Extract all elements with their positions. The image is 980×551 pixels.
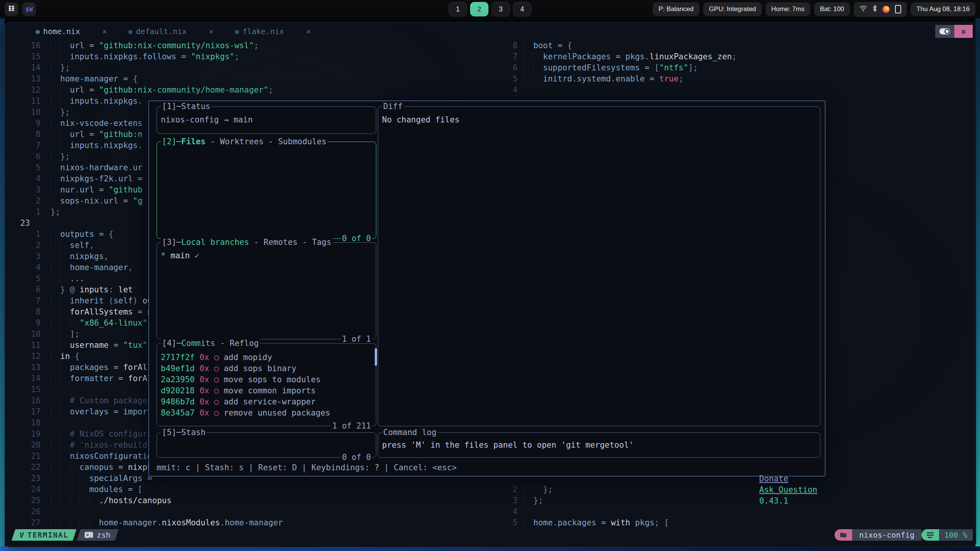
wm-logo-button[interactable]: $W [22,2,36,16]
lazygit-stash-panel[interactable]: [5]Stash 0 of 0 [157,432,376,458]
code-text: supportedFilesystems = ["ntfs"]; [518,62,698,73]
scroll-percent-label: 100 % [939,529,973,541]
mode-segment: V TERMINAL [13,529,75,541]
bluetooth-icon[interactable] [872,5,877,14]
nix-snowflake-icon: ❆ [235,28,239,36]
commit-hash: 2a23950 [161,375,195,384]
code-line: 12 url = "github:nix-community/home-mana… [5,85,501,96]
tab-close-button[interactable]: × [306,27,311,36]
tab-close-button[interactable]: × [209,27,214,36]
donate-link[interactable]: Donate [759,474,788,483]
code-text: "x86_64-linux" [41,318,147,329]
panel-key: [4] [162,339,176,348]
panel-key: [5] [162,428,176,437]
code-text: }; [41,207,60,218]
lazygit-branches-panel[interactable]: [3]Local branches - Remotes - Tags * mai… [157,242,376,339]
workspace-button-2[interactable]: 2 [470,2,488,16]
phone-icon[interactable] [895,5,901,13]
code-text: ./hosts/canopus [41,495,172,506]
window-close-button[interactable]: × [954,25,973,38]
line-number: 13 [5,73,41,85]
commit-row[interactable]: b49ef1d 0x ○ add sops binary [161,363,372,374]
top-status-bar: $W 1234 P: BalancedGPU: IntegratedHome: … [0,0,980,18]
workspace-button-4[interactable]: 4 [513,2,531,16]
terminal-prompt-icon: >_ [85,532,93,538]
code-text: # Custom packages [41,395,152,406]
lazygit-commits-panel[interactable]: [4]Commits - Reflog 2717f2f 0x ○ add mop… [157,343,376,426]
code-text: inputs.nixpkgs. [41,140,142,151]
commit-row[interactable]: 9486b7d 0x ○ add service-wrapper [161,396,372,408]
line-number: 9 [5,318,41,329]
code-text: home-manager = { [41,73,138,85]
browser-icon[interactable] [882,6,890,13]
lazygit-diff-panel[interactable]: Diff No changed files [378,106,820,426]
command-log-content: press 'M' in the files panel to open 'gi… [378,433,820,451]
network-icon[interactable] [859,5,867,13]
code-text: nix-vscode-extens [41,118,142,129]
code-text: ]; [41,329,80,340]
active-tab-label[interactable]: Local branches [181,238,249,247]
editor-tab-flake.nix[interactable]: ❆flake.nix× [235,27,332,36]
active-tab-label[interactable]: Files [181,137,206,146]
line-number: 1 [5,229,41,240]
code-line: 27 home-manager.nixosModules.home-manage… [5,517,501,528]
other-tabs-label[interactable]: - Worktrees - Submodules [206,137,327,146]
nix-snowflake-icon: ❆ [36,28,40,36]
panel-title: Status [181,102,211,111]
code-text: url = "github:nix-community/home-manager… [41,85,273,96]
line-number: 8 [5,306,41,318]
close-icon: × [961,27,966,36]
code-text: url = "github:n [41,129,142,140]
editor-tab-default.nix[interactable]: ❆default.nix× [128,27,235,36]
commit-row[interactable]: 8e345a7 0x ○ remove unused packages [161,408,372,419]
commit-row[interactable]: 2717f2f 0x ○ add mopidy [161,352,372,363]
line-number: 6 [5,151,41,162]
commits-scrollbar[interactable] [375,348,377,366]
editor-tab-home.nix[interactable]: ❆home.nix× [36,27,128,36]
border-dash [176,137,181,146]
code-text: modules = [ [41,484,142,495]
other-tabs-label[interactable]: - Reflog [215,339,259,348]
line-number: 6 [5,284,41,295]
lazygit-status-panel[interactable]: [1]Status nixos-config → main [157,106,376,134]
code-line: 15 inputs.nixpkgs.follows = "nixpkgs"; [5,51,501,62]
code-text: home.packages = with pkgs; [ [518,517,669,528]
clock: Thu Aug 08, 18:16 [911,2,975,16]
other-tabs-label[interactable]: - Remotes - Tags [249,238,332,247]
code-text [41,384,51,395]
apps-grid-icon [8,5,15,13]
active-tab-label[interactable]: Commits [181,339,216,348]
code-text: packages = forAll [41,362,152,373]
code-line: 6 supportedFilesystems = ["ntfs"]; [508,62,959,73]
window-toggle-button[interactable] [935,25,954,38]
ask-question-link[interactable]: Ask Question [759,485,817,494]
panel-key: [1] [162,102,176,111]
editor-right-pane-top[interactable]: 8 boot = {7 kernelPackages = pkgs.linuxP… [508,40,959,96]
workspace-button-1[interactable]: 1 [449,2,467,16]
line-number: 3 [5,184,41,196]
commit-graph-icon: ○ [214,364,219,373]
commit-message: move common imports [224,386,315,395]
line-number: 17 [5,406,41,417]
lazygit-command-log-panel[interactable]: Command log press 'M' in the files panel… [378,432,820,458]
line-number: 14 [5,62,41,73]
lazygit-files-panel[interactable]: [2]Files - Worktrees - Submodules 0 of 0 [157,142,376,239]
keybindings-hint: mmit: c | Stash: s | Reset: D | Keybindi… [157,462,457,518]
code-line: 4 [508,85,959,96]
code-text [518,85,524,96]
line-number: 24 [5,484,41,495]
code-line: 7 kernelPackages = pkgs.linuxPackages_ze… [508,51,959,62]
code-text: ... [41,273,85,284]
status-pill: Home: 7ms [766,2,810,16]
commit-row[interactable]: 2a23950 0x ○ move sops to modules [161,374,372,385]
commit-graph-icon: ○ [214,375,219,384]
commit-row[interactable]: d920218 0x ○ move common imports [161,385,372,396]
line-number: 21 [5,451,41,462]
terminal-window: ❆home.nix×❆default.nix×❆flake.nix× × 16 … [5,22,976,547]
line-number: 23 [5,218,41,229]
folder-icon [840,530,847,540]
line-number: 15 [5,51,41,62]
workspace-button-3[interactable]: 3 [492,2,510,16]
tab-close-button[interactable]: × [102,27,107,36]
app-launcher-button[interactable] [5,2,18,16]
